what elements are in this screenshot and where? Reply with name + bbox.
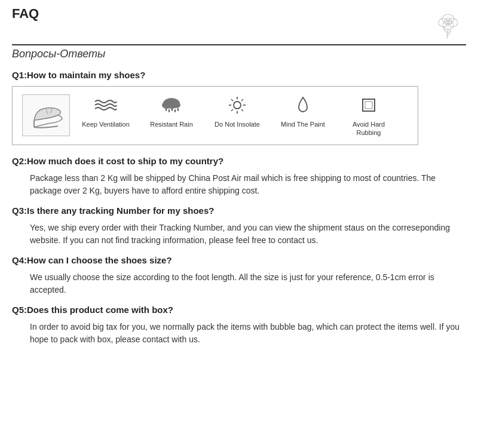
svg-rect-15 [177, 108, 179, 111]
svg-rect-13 [171, 108, 173, 111]
answer-3: Yes, we ship every order with their Trac… [30, 222, 466, 247]
insolate-label: Do Not Insolate [215, 120, 260, 128]
sun-icon [228, 94, 247, 116]
question-3: Q3:Is there any tracking Number for my s… [12, 205, 466, 216]
ventilation-icon [94, 94, 118, 116]
page-header: FAQ [12, 6, 466, 45]
svg-line-22 [241, 109, 243, 111]
shoe-svg [25, 97, 67, 133]
rose-decoration-icon [430, 6, 466, 42]
ventilation-label: Keep Ventilation [82, 120, 130, 128]
care-item-paint: Mind The Paint [279, 94, 327, 128]
answer-2: Package less than 2 Kg will be shipped b… [30, 172, 466, 197]
svg-rect-12 [168, 109, 170, 112]
svg-line-24 [231, 109, 233, 111]
care-instructions-box: Keep Ventilation Resistant Rain [12, 86, 418, 145]
paint-drop-icon [296, 94, 310, 116]
svg-line-23 [241, 99, 243, 101]
svg-point-9 [162, 102, 171, 109]
question-4: Q4:How can I choose the shoes size? [12, 255, 466, 265]
care-item-insolate: Do Not Insolate [213, 94, 261, 128]
svg-point-16 [234, 102, 241, 109]
answer-5: In order to avoid big tax for you, we no… [30, 321, 466, 346]
rubbing-label: Avoid Hard Rubbing [345, 120, 393, 137]
svg-rect-11 [166, 108, 167, 111]
answer-4: We usually choose the size according to … [30, 271, 466, 296]
rain-icon [161, 94, 182, 116]
rain-label: Resistant Rain [150, 120, 193, 128]
shoe-image [22, 94, 70, 136]
rubbing-square-icon [361, 94, 376, 116]
svg-rect-26 [365, 102, 372, 109]
care-items-list: Keep Ventilation Resistant Rain [82, 94, 393, 137]
care-item-ventilation: Keep Ventilation [82, 94, 130, 128]
svg-rect-14 [174, 109, 176, 112]
svg-line-21 [231, 99, 233, 101]
svg-rect-25 [363, 99, 375, 111]
question-5: Q5:Does this product come with box? [12, 305, 466, 315]
care-item-rain: Resistant Rain [148, 94, 195, 128]
question-2: Q2:How much does it cost to ship to my c… [12, 156, 466, 166]
paint-label: Mind The Paint [281, 120, 325, 128]
page-title: FAQ [12, 6, 39, 22]
question-1: Q1:How to maintain my shoes? [12, 70, 466, 80]
svg-point-10 [172, 102, 180, 108]
russian-subtitle: Вопросы-Ответы [12, 48, 466, 60]
care-item-rubbing: Avoid Hard Rubbing [345, 94, 393, 137]
